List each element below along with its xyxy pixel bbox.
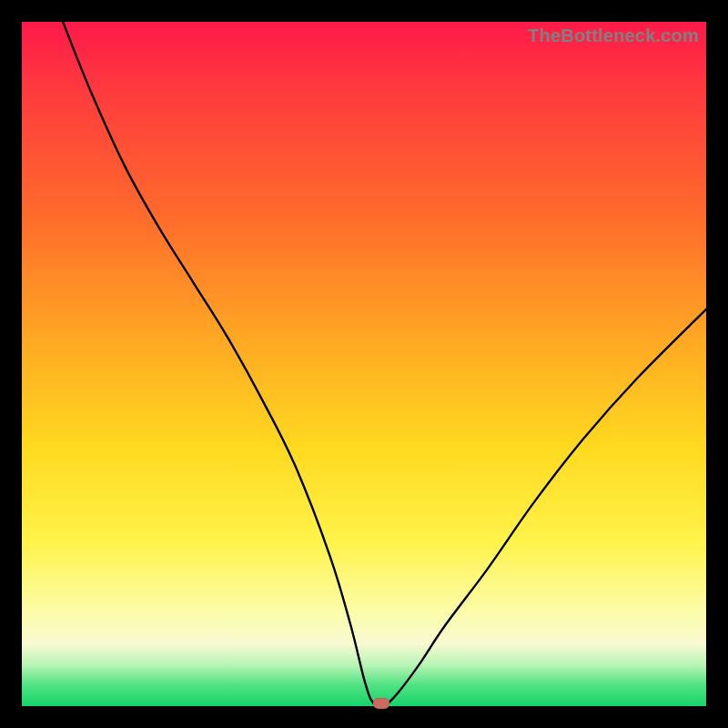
chart-curve xyxy=(22,22,706,706)
chart-stage: TheBottleneck.com xyxy=(0,0,728,728)
target-marker xyxy=(373,698,389,709)
plot-area: TheBottleneck.com xyxy=(22,22,706,706)
